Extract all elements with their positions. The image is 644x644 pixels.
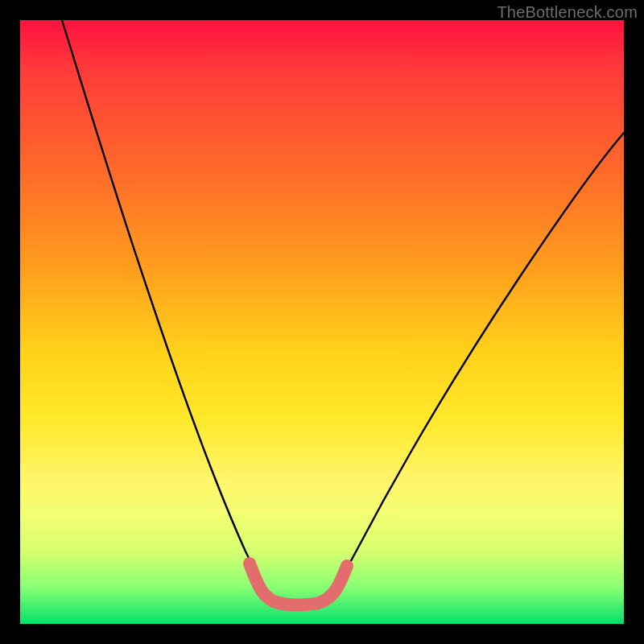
plot-area bbox=[20, 20, 624, 624]
curve-svg bbox=[20, 20, 624, 624]
chart-stage: TheBottleneck.com bbox=[0, 0, 644, 644]
bottleneck-curve bbox=[62, 20, 624, 603]
minimum-plateau-highlight bbox=[250, 564, 347, 605]
watermark-text: TheBottleneck.com bbox=[497, 3, 638, 22]
